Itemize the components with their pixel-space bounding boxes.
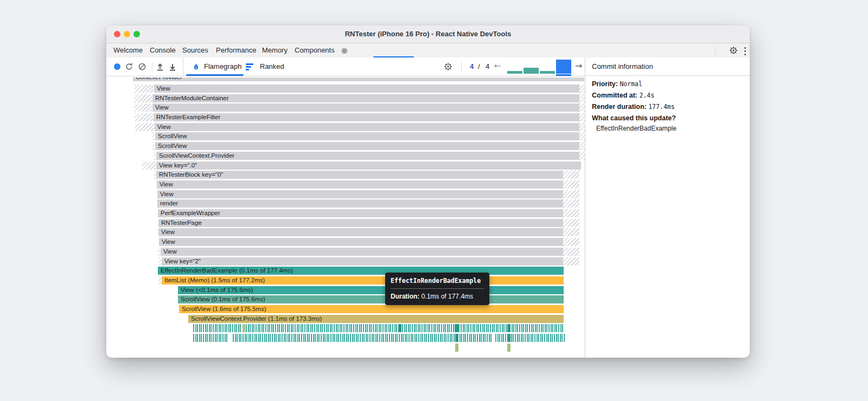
flame-bar[interactable]: RNTesterPage [158,219,563,227]
ranked-icon [246,63,254,72]
flame-bar[interactable]: View (<0.1ms of 175.6ms) [178,286,564,294]
record-button[interactable] [113,62,122,71]
tab-sources[interactable]: Sources [182,43,208,58]
hatch-fill [134,94,152,102]
hatch-fill [563,238,579,246]
flamegraph-tab-underline [186,74,244,76]
flame-bar[interactable]: ScrollView [155,132,579,140]
devtools-settings-gear-icon[interactable] [729,46,738,55]
flame-bar[interactable]: ScrollView (0.1ms of 175.6ms) [178,295,564,303]
react-atom-icon [341,48,348,54]
flame-bar[interactable]: PerfExampleWrapper [158,209,563,217]
flame-bar[interactable]: View [161,248,563,256]
commit-separator: / [478,57,480,76]
flame-micro-bars[interactable] [246,324,398,332]
commit-bar-1[interactable] [507,71,522,74]
hatch-fill [158,276,161,284]
tab-console[interactable]: Console [150,43,176,58]
title-bar: RNTester (iPhone 16 Pro) - React Native … [106,25,750,43]
flame-micro-bar[interactable] [507,324,510,332]
devtools-window: RNTester (iPhone 16 Pro) - React Native … [106,25,750,358]
flame-micro-bar[interactable] [398,324,401,332]
tabbar-separator [715,47,716,55]
tab-ranked[interactable]: Ranked [260,57,284,76]
hatch-fill [563,219,579,227]
hatch-fill [563,228,579,236]
toolbar-separator [183,57,183,76]
flame-bar[interactable]: render [157,199,563,208]
flamegraph: Context.Provider View RNTesterModuleCont… [107,77,585,357]
commit-bar-2[interactable] [524,68,539,74]
flame-bar[interactable]: View [158,228,563,236]
hatch-fill [563,209,579,217]
hatch-fill [563,199,579,208]
selected-commit-underline [556,74,571,76]
tab-bar: Welcome Console Sources Performance Memo… [106,43,750,59]
hatch-fill [154,152,156,160]
flame-bar[interactable]: ItemList (Memo) (1.5ms of 177.2ms) [162,276,564,284]
hatch-fill [152,142,155,150]
commit-information-header: Commit information [585,57,750,76]
hatch-fill [579,113,585,121]
load-profile-button[interactable] [156,62,164,71]
update-cause-label: What caused this update? [592,114,676,122]
flame-micro-bars[interactable] [193,324,242,332]
update-cause-value[interactable]: EffectInRenderBadExample [596,125,676,132]
flame-bar[interactable]: ScrollView (1.6ms of 175.5ms) [179,305,564,313]
flame-micro-bar-olive[interactable] [242,324,245,332]
next-commit-button[interactable]: → [575,57,582,76]
flame-bar[interactable]: RNTesterModuleContainer [152,94,579,102]
hatch-fill [158,248,160,256]
flame-bar[interactable]: View [152,104,579,112]
flame-tooltip: EffectInRenderBadExample Duration: 0.1ms… [385,273,489,305]
flame-bar[interactable]: Context.Provider [133,77,584,81]
tab-flamegraph[interactable]: Flamegraph [204,57,241,76]
save-profile-button[interactable] [168,62,177,71]
profiler-settings-gear-icon[interactable] [444,62,452,71]
flame-bar[interactable]: RNTesterExampleFilter [154,113,579,121]
hatch-fill [563,180,579,189]
hatch-fill [152,132,155,140]
flame-bar[interactable]: ScrollViewContext.Provider [156,152,579,160]
flame-micro-bar[interactable] [507,334,510,342]
flame-micro-bars[interactable] [402,324,564,332]
flame-bar[interactable]: EffectInRenderBadExample (0.1ms of 177.4… [158,267,564,275]
prev-commit-button[interactable]: ← [494,57,501,76]
flame-bar[interactable]: View [155,123,579,131]
hatch-fill [579,142,585,150]
committed-at-row: Committed at: 2.4s [592,92,654,99]
hatch-fill [135,85,154,93]
clear-profile-button[interactable] [138,62,146,71]
commit-bar-4-selected[interactable] [556,60,571,74]
flame-bar[interactable]: View key="2" [162,257,563,266]
commit-bar-3[interactable] [540,71,555,74]
hatch-fill [135,113,153,121]
hatch-fill [563,190,579,198]
flame-bar[interactable]: ScrollViewContext.Provider (1.1ms of 173… [188,315,564,323]
flame-micro-bars[interactable] [193,334,228,342]
more-options-icon[interactable] [744,47,746,57]
tab-components[interactable]: Components [295,43,335,58]
flame-micro-bars[interactable] [233,334,492,342]
tab-welcome[interactable]: Welcome [113,43,143,58]
flame-bar[interactable]: View [157,190,563,198]
flamegraph-icon [192,63,200,71]
flame-bar[interactable]: View key=".0" [156,161,581,170]
hatch-fill [579,123,585,131]
flame-micro-bars[interactable] [495,334,565,342]
flame-bar[interactable]: View [157,180,563,189]
flame-micro-bar[interactable] [455,334,458,342]
flame-bar[interactable]: RNTesterBlock key="0" [156,171,563,179]
commit-total: 4 [486,57,489,76]
flame-micro-bar-olive[interactable] [455,344,458,352]
flame-micro-bar-olive[interactable] [507,344,510,352]
reload-profile-button[interactable] [125,62,133,71]
flame-bar[interactable]: ScrollView [155,142,579,150]
toolbar-separator [152,62,152,72]
tab-memory[interactable]: Memory [262,43,288,58]
flame-micro-bar[interactable] [455,324,458,332]
flame-bar[interactable]: View [159,238,563,246]
hatch-fill [563,248,579,256]
tab-performance[interactable]: Performance [216,43,256,58]
flame-bar[interactable]: View [154,85,579,93]
